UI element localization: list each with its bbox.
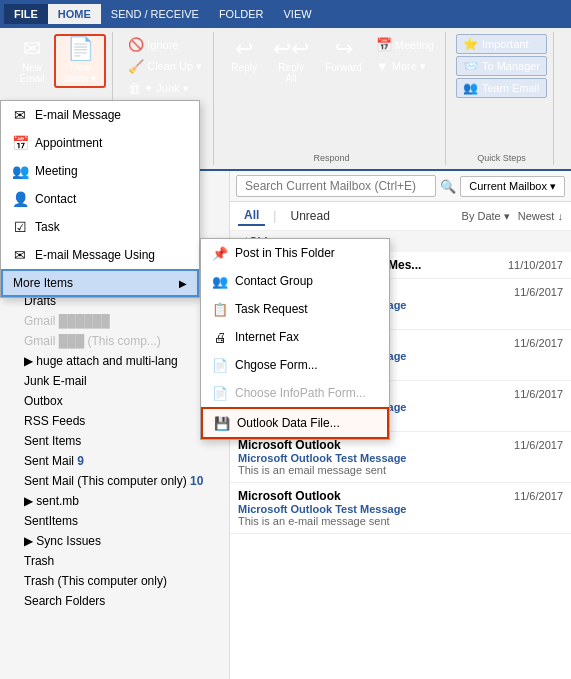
nav-sync-issues[interactable]: ▶ Sync Issues — [0, 531, 229, 551]
ignore-button[interactable]: 🚫 Ignore — [123, 34, 207, 55]
nav-trash[interactable]: Trash — [0, 551, 229, 571]
new-items-button[interactable]: 📄 New Items ▾ — [54, 34, 106, 88]
menu-email-using[interactable]: ✉ E-mail Message Using — [1, 241, 199, 269]
tab-file[interactable]: FILE — [4, 4, 48, 24]
email-preview: This is an e-mail message sent — [238, 515, 563, 527]
contact-group-icon: 👥 — [211, 272, 229, 290]
respond-buttons: ↩ Reply ↩↩ Reply All ↪ Forward 📅 Meeting — [224, 34, 439, 88]
ribbon-group-respond: ↩ Reply ↩↩ Reply All ↪ Forward 📅 Meeting — [218, 32, 446, 165]
menu-contact-icon: 👤 — [11, 190, 29, 208]
post-label: Post in This Folder — [235, 246, 335, 260]
ignore-icon: 🚫 — [128, 37, 144, 52]
reply-button[interactable]: ↩ Reply — [224, 34, 264, 77]
meeting-more-col: 📅 Meeting ▼ More ▾ — [371, 34, 439, 77]
search-icon[interactable]: 🔍 — [440, 179, 456, 194]
nav-sent-items[interactable]: Sent Items — [0, 431, 229, 451]
choose-form-icon: 📄 — [211, 356, 229, 374]
more-button[interactable]: ▼ More ▾ — [371, 56, 439, 77]
nav-outbox[interactable]: Outbox — [0, 391, 229, 411]
quick-steps-items: ⭐ Important 📨 To Manager 👥 Team Email — [456, 34, 547, 98]
submenu-task-request[interactable]: 📋 Task Request — [201, 295, 389, 323]
nav-sent-mb[interactable]: ▶ sent.mb — [0, 491, 229, 511]
internet-fax-label: Internet Fax — [235, 330, 299, 344]
filter-separator: | — [273, 209, 276, 223]
more-icon: ▼ — [376, 59, 389, 74]
new-email-button[interactable]: ✉ New Email — [12, 34, 52, 88]
to-manager-button[interactable]: 📨 To Manager — [456, 56, 547, 76]
menu-more-items[interactable]: More Items ▶ — [1, 269, 199, 297]
forward-button[interactable]: ↪ Forward — [318, 34, 369, 77]
search-input[interactable] — [236, 175, 436, 197]
submenu-internet-fax[interactable]: 🖨 Internet Fax — [201, 323, 389, 351]
menu-meeting-icon: 👥 — [11, 162, 29, 180]
menu-appointment[interactable]: 📅 Appointment — [1, 129, 199, 157]
menu-task[interactable]: ☑ Task — [1, 213, 199, 241]
post-icon: 📌 — [211, 244, 229, 262]
meeting-button[interactable]: 📅 Meeting — [371, 34, 439, 55]
choose-infopath-label: Choose InfoPath Form... — [235, 386, 366, 400]
email-date: 11/6/2017 — [514, 337, 563, 349]
infopath-icon: 📄 — [211, 384, 229, 402]
search-bar: 🔍 Current Mailbox ▾ — [230, 171, 571, 202]
important-label: Important — [482, 38, 528, 50]
cleanup-button[interactable]: 🧹 Clean Up ▾ — [123, 56, 207, 77]
respond-group-label: Respond — [314, 151, 350, 163]
new-email-label: New Email — [19, 62, 44, 84]
email-subject: Microsoft Outlook Test Message — [238, 452, 563, 464]
submenu-choose-form[interactable]: 📄 Chgose Form... — [201, 351, 389, 379]
meeting-icon: 📅 — [376, 37, 392, 52]
junk-button[interactable]: 🗑 ✦ Junk ▾ — [123, 78, 207, 99]
by-date-button[interactable]: By Date ▾ — [462, 210, 510, 223]
quick-steps-label: Quick Steps — [477, 151, 526, 163]
task-request-label: Task Request — [235, 302, 308, 316]
filter-unread-button[interactable]: Unread — [284, 207, 335, 225]
sent-mail-count: 9 — [77, 454, 84, 468]
tab-view[interactable]: VIEW — [274, 4, 322, 24]
email-sender: Microsoft Outlook — [238, 438, 341, 452]
tab-send-receive[interactable]: SEND / RECEIVE — [101, 4, 209, 24]
submenu-post[interactable]: 📌 Post in This Folder — [201, 239, 389, 267]
filter-all-button[interactable]: All — [238, 206, 265, 226]
nav-gmail2[interactable]: Gmail ███ (This comp...) — [0, 331, 229, 351]
team-email-icon: 👥 — [463, 81, 478, 95]
menu-email[interactable]: ✉ E-mail Message — [1, 101, 199, 129]
new-items-icon: 📄 — [67, 38, 94, 60]
submenu-arrow-icon: ▶ — [179, 278, 187, 289]
nav-trash-computer[interactable]: Trash (This computer only) — [0, 571, 229, 591]
menu-contact[interactable]: 👤 Contact — [1, 185, 199, 213]
nav-huge-attach[interactable]: ▶ huge attach and multi-lang — [0, 351, 229, 371]
submenu-contact-group[interactable]: 👥 Contact Group — [201, 267, 389, 295]
menu-meeting[interactable]: 👥 Meeting — [1, 157, 199, 185]
reply-icon: ↩ — [235, 38, 253, 60]
menu-more-items-label: More Items — [13, 276, 73, 290]
junk-label: ✦ Junk ▾ — [144, 82, 188, 95]
tab-home[interactable]: HOME — [48, 4, 101, 24]
nav-gmail1[interactable]: Gmail ██████ — [0, 311, 229, 331]
newest-button[interactable]: Newest ↓ — [518, 210, 563, 222]
ribbon-tab-bar: FILE HOME SEND / RECEIVE FOLDER VIEW — [0, 0, 571, 28]
reply-all-button[interactable]: ↩↩ Reply All — [266, 34, 316, 88]
cleanup-icon: 🧹 — [128, 59, 144, 74]
email-date: 11/10/2017 — [508, 259, 563, 271]
submenu-outlook-data-file[interactable]: 💾 Outlook Data File... — [201, 407, 389, 439]
email-date: 11/6/2017 — [514, 439, 563, 451]
more-label: More ▾ — [392, 60, 426, 73]
important-button[interactable]: ⭐ Important — [456, 34, 547, 54]
menu-task-label: Task — [35, 220, 60, 234]
ribbon-group-quick-steps: ⭐ Important 📨 To Manager 👥 Team Email Qu… — [450, 32, 554, 165]
nav-junk[interactable]: Junk E-mail — [0, 371, 229, 391]
menu-appointment-label: Appointment — [35, 136, 102, 150]
tab-folder[interactable]: FOLDER — [209, 4, 274, 24]
nav-rss-feeds[interactable]: RSS Feeds — [0, 411, 229, 431]
nav-search-folders[interactable]: Search Folders — [0, 591, 229, 611]
reply-all-label: Reply All — [278, 62, 304, 84]
nav-sent-mail[interactable]: Sent Mail 9 — [0, 451, 229, 471]
current-mailbox-button[interactable]: Current Mailbox ▾ — [460, 176, 565, 197]
internet-fax-icon: 🖨 — [211, 328, 229, 346]
nav-sent-items2[interactable]: SentItems — [0, 511, 229, 531]
outlook-data-file-icon: 💾 — [213, 414, 231, 432]
team-email-button[interactable]: 👥 Team Email — [456, 78, 547, 98]
meeting-label: Meeting — [395, 39, 434, 51]
email-item[interactable]: Microsoft Outlook 11/6/2017 Microsoft Ou… — [230, 483, 571, 534]
nav-sent-mail-computer[interactable]: Sent Mail (This computer only) 10 — [0, 471, 229, 491]
